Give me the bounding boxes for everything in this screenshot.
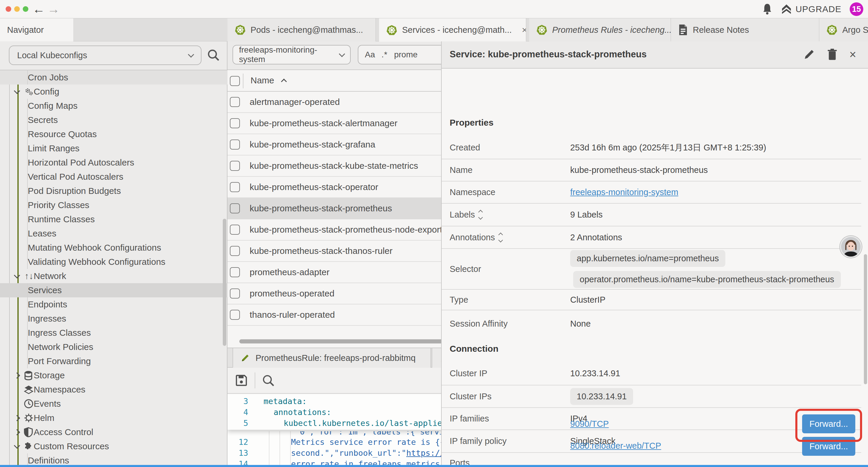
editor-search-icon[interactable] bbox=[262, 374, 275, 387]
sidebar-item-resource-quotas[interactable]: Resource Quotas bbox=[0, 127, 227, 141]
tab-release-notes[interactable]: Release Notes bbox=[671, 18, 819, 41]
sidebar-item-ingress-classes[interactable]: Ingress Classes bbox=[0, 326, 227, 340]
navigator-sidebar: Local Kubeconfigs Cron Jobs Config Confi… bbox=[0, 41, 227, 467]
close-tab-icon[interactable]: × bbox=[522, 25, 526, 35]
chevron-down-icon bbox=[14, 87, 20, 94]
sidebar-item-pod-disruption-budgets[interactable]: Pod Disruption Budgets bbox=[0, 184, 227, 198]
annotations-value: 2 Annotations bbox=[570, 233, 622, 242]
sidebar-item-horizontal-pod-autoscalers[interactable]: Horizontal Pod Autoscalers bbox=[0, 155, 227, 170]
namespace-select[interactable]: freeleaps-monitoring-system bbox=[232, 45, 351, 64]
row-checkbox[interactable] bbox=[230, 161, 240, 171]
sidebar-item-runtime-classes[interactable]: Runtime Classes bbox=[0, 212, 227, 226]
sidebar-item-priority-classes[interactable]: Priority Classes bbox=[0, 198, 227, 212]
sidebar-group-storage[interactable]: Storage bbox=[0, 368, 227, 382]
kubernetes-icon bbox=[826, 24, 838, 35]
connection-section-title: Connection bbox=[450, 344, 498, 354]
sidebar-item-services[interactable]: Services bbox=[0, 283, 227, 297]
type-value: ClusterIP bbox=[570, 295, 606, 305]
editor-tab-prometheusrule[interactable]: PrometheusRule: freeleaps-prod-rabbitmq bbox=[232, 348, 431, 368]
notification-badge[interactable]: 15 bbox=[850, 2, 863, 16]
name-column-header[interactable]: Name bbox=[251, 76, 286, 85]
editor-tab-label: PrometheusRule: freeleaps-prod-rabbitmq bbox=[255, 353, 416, 363]
sidebar-group-helm[interactable]: Helm bbox=[0, 411, 227, 425]
gear-icon bbox=[24, 87, 34, 97]
avatar[interactable] bbox=[840, 236, 862, 258]
close-icon[interactable]: × bbox=[849, 48, 856, 61]
sidebar-item-leases[interactable]: Leases bbox=[0, 226, 227, 241]
row-checkbox[interactable] bbox=[230, 267, 240, 277]
sidebar-item-limit-ranges[interactable]: Limit Ranges bbox=[0, 141, 227, 155]
selector-chip[interactable]: operator.prometheus.io/name=kube-prometh… bbox=[573, 271, 841, 288]
expand-collapse-icon[interactable] bbox=[499, 233, 502, 242]
chevron-right-icon bbox=[14, 429, 20, 435]
sidebar-item-secrets[interactable]: Secrets bbox=[0, 113, 227, 127]
regex-toggle[interactable]: .* bbox=[381, 50, 388, 59]
session-affinity-row: Session Affinity None bbox=[442, 310, 861, 337]
sidebar-group-config[interactable]: Config bbox=[0, 85, 227, 99]
row-checkbox[interactable] bbox=[230, 140, 240, 150]
selector-row: Selector app.kubernetes.io/name=promethe… bbox=[442, 249, 861, 290]
row-checkbox[interactable] bbox=[230, 182, 240, 192]
titlebar: ← → UPGRADE 15 bbox=[0, 0, 868, 18]
row-checkbox[interactable] bbox=[230, 118, 240, 128]
cluster-ips-chip[interactable]: 10.233.14.91 bbox=[570, 388, 633, 405]
sidebar-item-port-forwarding[interactable]: Port Forwarding bbox=[0, 354, 227, 368]
shield-icon bbox=[24, 427, 34, 437]
close-window-button[interactable] bbox=[6, 6, 11, 12]
edit-icon[interactable] bbox=[803, 49, 815, 60]
row-checkbox[interactable] bbox=[230, 310, 240, 320]
bell-icon[interactable] bbox=[762, 3, 773, 15]
tab-pods[interactable]: Pods - icecheng@mathmas... bbox=[227, 18, 376, 41]
row-checkbox[interactable] bbox=[230, 289, 240, 298]
trash-icon[interactable] bbox=[827, 48, 838, 61]
sidebar-item-config-maps[interactable]: Config Maps bbox=[0, 99, 227, 113]
kubeconfig-select[interactable]: Local Kubeconfigs bbox=[9, 46, 202, 65]
row-checkbox[interactable] bbox=[230, 246, 240, 256]
table-search-input[interactable]: Aa .* prome bbox=[358, 45, 446, 64]
match-case-toggle[interactable]: Aa bbox=[365, 50, 375, 59]
save-icon[interactable] bbox=[235, 374, 248, 387]
detail-title: Service: kube-prometheus-stack-prometheu… bbox=[450, 49, 647, 60]
sidebar-item-ingresses[interactable]: Ingresses bbox=[0, 312, 227, 326]
upgrade-button[interactable]: UPGRADE bbox=[781, 3, 841, 15]
annotations-row: Annotations 2 Annotations bbox=[442, 226, 861, 249]
sidebar-item-cron-jobs[interactable]: Cron Jobs bbox=[0, 70, 227, 85]
expand-collapse-icon[interactable] bbox=[479, 210, 482, 219]
tab-navigator[interactable]: Navigator bbox=[0, 18, 73, 41]
sidebar-item-vertical-pod-autoscalers[interactable]: Vertical Pod Autoscalers bbox=[0, 170, 227, 184]
port-link-9090[interactable]: 9090/TCP bbox=[570, 419, 609, 429]
forward-button[interactable]: → bbox=[47, 2, 60, 16]
namespace-link[interactable]: freeleaps-monitoring-system bbox=[570, 187, 678, 197]
window-bottom-accent bbox=[0, 465, 868, 467]
kubernetes-icon bbox=[386, 25, 397, 36]
row-checkbox[interactable] bbox=[230, 203, 240, 213]
tab-argo[interactable]: Argo Se bbox=[819, 18, 868, 41]
row-checkbox[interactable] bbox=[230, 97, 240, 107]
search-icon[interactable] bbox=[207, 49, 220, 61]
search-query: prome bbox=[394, 50, 417, 59]
select-all-checkbox[interactable] bbox=[230, 76, 240, 86]
sidebar-item-validating-webhook-configurations[interactable]: Validating Webhook Configurations bbox=[0, 255, 227, 269]
sidebar-group-network[interactable]: ↑↓Network bbox=[0, 269, 227, 283]
sidebar-group-custom-resources[interactable]: Custom Resources bbox=[0, 439, 227, 454]
tab-prometheus-rules[interactable]: Prometheus Rules - icecheng... bbox=[529, 18, 671, 41]
sidebar-item-endpoints[interactable]: Endpoints bbox=[0, 297, 227, 312]
sidebar-item-mutating-webhook-configurations[interactable]: Mutating Webhook Configurations bbox=[0, 241, 227, 255]
tab-label: Argo Se bbox=[842, 25, 868, 35]
chevron-down-icon bbox=[188, 51, 194, 57]
detail-scrollbar[interactable] bbox=[864, 254, 867, 384]
minimize-window-button[interactable] bbox=[14, 6, 20, 12]
sidebar-group-access-control[interactable]: Access Control bbox=[0, 425, 227, 439]
kubeconfig-select-value: Local Kubeconfigs bbox=[17, 51, 87, 60]
row-checkbox[interactable] bbox=[230, 225, 240, 235]
selector-chip[interactable]: app.kubernetes.io/name=prometheus bbox=[570, 250, 725, 267]
sidebar-item-network-policies[interactable]: Network Policies bbox=[0, 340, 227, 354]
sidebar-scrollbar[interactable] bbox=[223, 219, 226, 346]
arrows-up-down-icon: ↑↓ bbox=[24, 271, 34, 281]
sidebar-item-namespaces[interactable]: Namespaces bbox=[0, 382, 227, 397]
tab-services[interactable]: Services - icecheng@math... × bbox=[379, 18, 526, 42]
zoom-window-button[interactable] bbox=[23, 6, 28, 12]
port-link-8080[interactable]: 8080:reloader-web/TCP bbox=[570, 441, 661, 451]
sidebar-item-events[interactable]: Events bbox=[0, 397, 227, 411]
back-button[interactable]: ← bbox=[32, 2, 45, 16]
